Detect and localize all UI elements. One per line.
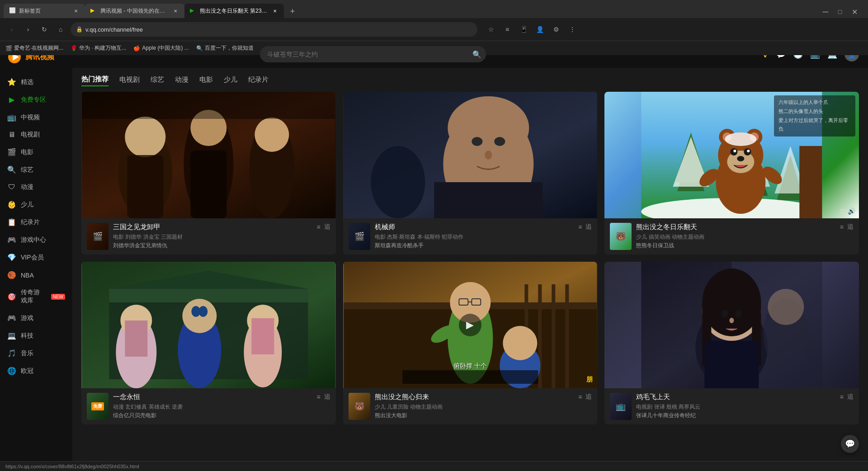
sidebar-item-chuanqi[interactable]: 🎯 传奇游戏库 NEW bbox=[0, 284, 72, 309]
back-button[interactable]: ‹ bbox=[5, 23, 18, 36]
tab-kids[interactable]: 少儿 bbox=[224, 74, 237, 86]
menu-button[interactable]: ⋮ bbox=[566, 23, 579, 36]
sidebar-label-youxi-center: 游戏中心 bbox=[21, 236, 46, 244]
playlist-button-sanguo[interactable]: ≡ bbox=[316, 223, 320, 231]
sidebar-item-vip[interactable]: 💎 VIP会员 bbox=[0, 249, 72, 266]
playlist-button-bear[interactable]: ≡ bbox=[840, 223, 844, 231]
sidebar-item-youxi[interactable]: 🎮 游戏 bbox=[0, 309, 72, 327]
sidebar-item-shao-er[interactable]: 👶 少儿 bbox=[0, 196, 72, 213]
extension-button[interactable]: ⚙ bbox=[550, 23, 562, 36]
video-card-bear-return[interactable]: ▶ 朋 俯卧撑 十个 🐻 熊出没之熊心归来 少儿 bbox=[343, 262, 598, 424]
sidebar-item-youxi-center[interactable]: 🎮 游戏中心 bbox=[0, 231, 72, 249]
close-window-button[interactable]: ✕ bbox=[848, 5, 861, 18]
tab-3-title: 熊出没之冬日乐翻天 第23这... bbox=[200, 7, 269, 15]
nav-tabs: 热门推荐 电视剧 综艺 动漫 电影 少儿 纪录片 bbox=[72, 68, 868, 92]
follow-button-yinian[interactable]: 追 bbox=[324, 393, 330, 401]
bookmark-2[interactable]: 🌹 华为 · 构建万物互... bbox=[71, 44, 126, 52]
search-input[interactable] bbox=[260, 46, 486, 62]
sidebar-item-jingxuan[interactable]: ⭐ 精选 bbox=[0, 73, 72, 91]
sidebar-item-nba[interactable]: 🏀 NBA bbox=[0, 266, 72, 284]
sidebar-item-dianying[interactable]: 🎬 电影 bbox=[0, 143, 72, 161]
tab-3-close[interactable]: ✕ bbox=[271, 7, 278, 14]
video-thumbnail-yinian bbox=[81, 262, 336, 388]
browser-chrome: ⬜ 新标签页 ✕ ▶ 腾讯视频 - 中国领先的在线视频... ✕ ▶ 熊出没之冬… bbox=[0, 0, 868, 41]
sidebar-item-zhongshipin[interactable]: 📺 中视频 bbox=[0, 108, 72, 126]
follow-button-jimao[interactable]: 追 bbox=[847, 393, 854, 401]
bookmark-1[interactable]: 🎬 爱奇艺·在线视频网... bbox=[5, 44, 63, 52]
tab-2[interactable]: ▶ 腾讯视频 - 中国领先的在线视频... ✕ bbox=[85, 4, 184, 18]
comment-line-2: 熊二的头像雪人的头 bbox=[778, 107, 851, 116]
bookmark-star-button[interactable]: ☆ bbox=[485, 23, 497, 36]
sidebar-nav: ⭐ 精选 ▶ 免费专区 📺 中视频 🖥 电视剧 🎬 电影 🔍 综艺 bbox=[0, 73, 72, 380]
sidebar-label-nba: NBA bbox=[21, 272, 34, 279]
refresh-button[interactable]: ↻ bbox=[38, 23, 51, 36]
follow-button-jixieshi[interactable]: 追 bbox=[585, 223, 592, 231]
playlist-button-jimao[interactable]: ≡ bbox=[840, 393, 844, 400]
tab-anime[interactable]: 动漫 bbox=[175, 74, 189, 86]
screen-icon[interactable]: ⊡ bbox=[840, 207, 845, 215]
comment-line-1: 六年级以上的人举个爪 bbox=[778, 98, 851, 107]
video-card-yinian[interactable]: 免费 一念永恒 动漫 玄幻修真 英雄成长 逆袭 综合亿只贝壳电影 bbox=[81, 262, 336, 424]
bookmark-1-label: 爱奇艺·在线视频网... bbox=[14, 44, 63, 52]
play-icon: ▶ bbox=[7, 95, 16, 104]
target-icon: 🎯 bbox=[7, 292, 16, 301]
tab-2-close[interactable]: ✕ bbox=[172, 7, 179, 14]
follow-button-bear[interactable]: 追 bbox=[847, 223, 854, 231]
video-details-jixieshi: 机械师 电影 杰斯·斯坦森 本·福斯特 犯罪动作 斯坦森再造冷酷杀手 bbox=[375, 223, 574, 250]
video-actions-bear-return: ≡ 追 bbox=[578, 393, 592, 401]
sidebar-label-dianying: 电影 bbox=[21, 148, 33, 156]
video-title-yinian: 一念永恒 bbox=[113, 393, 312, 401]
bookmark-3[interactable]: 🍎 Apple (中国大陆) ... bbox=[133, 44, 189, 52]
search-button[interactable]: 🔍 bbox=[472, 50, 481, 59]
bookmark-4[interactable]: 🔍 百度一下，你就知道 bbox=[196, 44, 254, 52]
minimize-button[interactable]: ─ bbox=[819, 5, 832, 18]
video-thumbnail-bear: 六年级以上的人举个爪 熊二的头像雪人的头 爱上对方过后就哭了，离开后零负 ⊡ 🔊 bbox=[604, 92, 859, 218]
sidebar-item-free[interactable]: ▶ 免费专区 bbox=[0, 91, 72, 108]
maximize-button[interactable]: □ bbox=[834, 5, 846, 18]
floating-chat-button[interactable]: 💬 bbox=[841, 435, 859, 453]
video-card-sanguo[interactable]: 🎬 三国之见龙卸甲 电影 刘德华 洪金宝 三国题材 刘德华洪金宝兄弟情仇 bbox=[81, 92, 336, 254]
reading-list-button[interactable]: ≡ bbox=[501, 23, 514, 36]
tab-documentary[interactable]: 纪录片 bbox=[248, 74, 269, 86]
svg-point-41 bbox=[737, 156, 745, 161]
tab-3[interactable]: ▶ 熊出没之冬日乐翻天 第23这... ✕ bbox=[184, 4, 284, 18]
tab-1-close[interactable]: ✕ bbox=[72, 7, 80, 14]
profile-button[interactable]: 👤 bbox=[533, 23, 546, 36]
video-info-jixieshi: 🎬 机械师 电影 杰斯·斯坦森 本·福斯特 犯罪动作 斯坦森再造冷酷杀手 ≡ bbox=[343, 218, 598, 254]
playlist-button-jixieshi[interactable]: ≡ bbox=[578, 223, 582, 231]
svg-rect-11 bbox=[82, 92, 335, 119]
yinian-ep-tag: 免费 bbox=[91, 402, 104, 410]
sidebar-item-zongyi[interactable]: 🔍 综艺 bbox=[0, 161, 72, 179]
tab-tv[interactable]: 电视剧 bbox=[119, 74, 140, 86]
cast-button[interactable]: 📱 bbox=[517, 23, 530, 36]
video-card-jixieshi[interactable]: 🎬 机械师 电影 杰斯·斯坦森 本·福斯特 犯罪动作 斯坦森再造冷酷杀手 ≡ bbox=[343, 92, 598, 254]
forward-button[interactable]: › bbox=[22, 23, 34, 36]
star-icon: ⭐ bbox=[7, 78, 16, 86]
bookmark-4-icon: 🔍 bbox=[196, 45, 203, 52]
video-card-bear-winter[interactable]: 六年级以上的人举个爪 熊二的头像雪人的头 爱上对方过后就哭了，离开后零负 ⊡ 🔊… bbox=[604, 92, 859, 254]
play-button-overlay[interactable]: ▶ bbox=[459, 314, 481, 336]
sidebar-item-dongman[interactable]: 🛡 动漫 bbox=[0, 179, 72, 196]
tab-1-title: 新标签页 bbox=[19, 7, 71, 15]
sidebar-item-dianshiju[interactable]: 🖥 电视剧 bbox=[0, 126, 72, 143]
volume-icon[interactable]: 🔊 bbox=[848, 207, 855, 215]
follow-button-bear-return[interactable]: 追 bbox=[585, 393, 592, 401]
address-bar[interactable]: 🔒 v.qq.com/channel/free bbox=[71, 22, 477, 37]
sidebar-item-keji[interactable]: 💻 科技 bbox=[0, 327, 72, 344]
tab-variety[interactable]: 综艺 bbox=[151, 74, 164, 86]
sidebar-label-jingxuan: 精选 bbox=[21, 78, 33, 86]
video-actions-bear: ≡ 追 bbox=[840, 223, 854, 231]
tab-movie[interactable]: 电影 bbox=[199, 74, 213, 86]
tab-1[interactable]: ⬜ 新标签页 ✕ bbox=[4, 4, 85, 18]
new-tab-button[interactable]: + bbox=[286, 5, 299, 18]
playlist-button-bear-return[interactable]: ≡ bbox=[578, 393, 582, 400]
sidebar-item-ouguan[interactable]: 🌐 欧冠 bbox=[0, 362, 72, 380]
sidebar-item-yinyue[interactable]: 🎵 音乐 bbox=[0, 344, 72, 362]
sidebar-item-jilupian[interactable]: 📋 纪录片 bbox=[0, 213, 72, 231]
video-card-jimao[interactable]: 📺 鸡毛飞上天 电视剧 张译 殷桃 商界风云 张译几十年商业传奇经纪 ≡ bbox=[604, 262, 859, 424]
playlist-button-yinian[interactable]: ≡ bbox=[316, 393, 320, 400]
home-button[interactable]: ⌂ bbox=[54, 23, 67, 36]
video-desc-jixieshi: 斯坦森再造冷酷杀手 bbox=[375, 242, 574, 250]
follow-button-sanguo[interactable]: 追 bbox=[324, 223, 330, 231]
tab-hot[interactable]: 热门推荐 bbox=[81, 73, 108, 86]
